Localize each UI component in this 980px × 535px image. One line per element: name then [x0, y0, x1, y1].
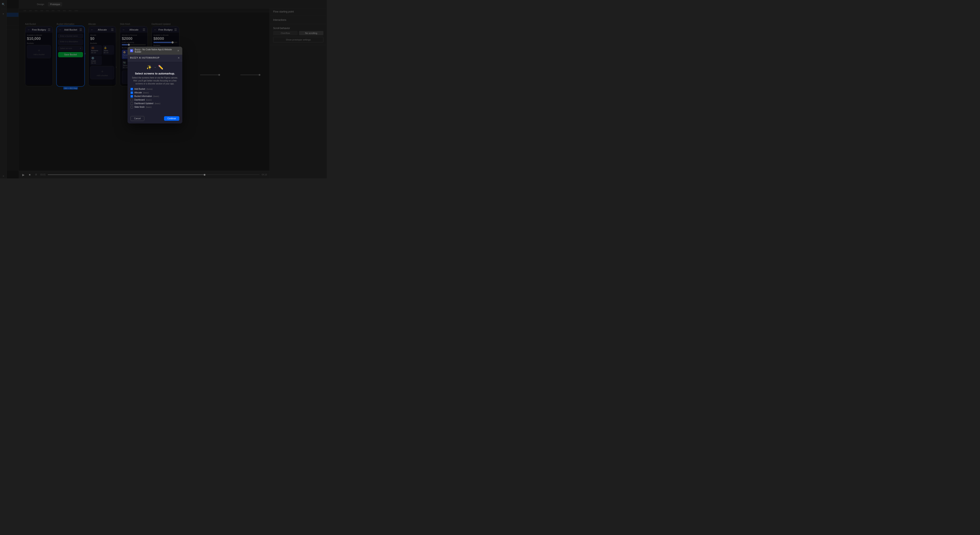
screen-row-3: Dashboard (basic): [130, 98, 179, 101]
screen-name-0: Add Bucket: [134, 88, 145, 90]
screen-type-5: (basic): [146, 106, 151, 108]
modal-body: ✨ → ✏️ Select screens to automarkup. Sel…: [127, 61, 182, 114]
screen-checkbox-2[interactable]: [130, 95, 133, 98]
screen-name-2: Bucket Information: [134, 95, 152, 97]
modal-inner-title: BUZZY AI AUTOMARKUP: [130, 57, 159, 59]
screen-row-1: Allocate (basic): [130, 91, 179, 94]
modal-inner-close-btn[interactable]: ✕: [178, 56, 180, 59]
modal-content: BUZZY AI AUTOMARKUP ✕ ✨ → ✏️ Select scre…: [127, 55, 182, 124]
screen-type-2: (basic): [153, 95, 159, 97]
screen-name-3: Dashboard: [134, 98, 145, 101]
screen-type-4: (basic): [155, 102, 161, 105]
screen-name-5: Slide finish: [134, 106, 145, 108]
screen-type-0: (home): [146, 88, 153, 90]
browser-favicon: b: [130, 49, 133, 52]
screen-checkbox-1[interactable]: [130, 91, 133, 94]
browser-close-btn[interactable]: ✕: [177, 49, 180, 52]
browser-window: b Buzzy - No Code Native App & Website B…: [127, 47, 182, 124]
wand-icon: ✨: [146, 65, 152, 70]
modal-backdrop[interactable]: b Buzzy - No Code Native App & Website B…: [0, 0, 327, 178]
modal-inner-header: BUZZY AI AUTOMARKUP ✕: [127, 55, 182, 61]
modal-container: b Buzzy - No Code Native App & Website B…: [127, 47, 182, 124]
screen-type-3: (basic): [146, 99, 152, 101]
modal-heading: Select screens to automarkup.: [130, 72, 179, 75]
edit-icon: ✏️: [158, 65, 164, 70]
modal-subtext: Select the screens here or via the Figma…: [130, 76, 179, 85]
cancel-button[interactable]: Cancel: [130, 116, 144, 121]
screen-checkbox-5[interactable]: [130, 106, 133, 108]
modal-icon-row: ✨ → ✏️: [130, 65, 179, 70]
screen-checkbox-0[interactable]: [130, 88, 133, 90]
screen-row-2: Bucket Information (basic): [130, 95, 179, 98]
screen-name-4: Dashboard Updated: [134, 102, 153, 105]
screen-checkbox-4[interactable]: [130, 102, 133, 105]
screen-type-1: (basic): [143, 92, 149, 94]
screen-checkbox-3[interactable]: [130, 98, 133, 101]
screen-name-1: Allocate: [134, 91, 142, 94]
screen-row-5: Slide finish (basic): [130, 106, 179, 108]
browser-title: Buzzy - No Code Native App & Website Bui…: [135, 48, 175, 53]
modal-footer: Cancel Continue: [127, 114, 182, 124]
modal-checkbox-list: Add Bucket (home) Allocate (basic) B: [130, 88, 179, 108]
screen-row-0: Add Bucket (home): [130, 88, 179, 90]
arrow-icon: →: [153, 65, 156, 69]
browser-titlebar: b Buzzy - No Code Native App & Website B…: [127, 47, 182, 55]
continue-button[interactable]: Continue: [164, 116, 179, 121]
screen-row-4: Dashboard Updated (basic): [130, 102, 179, 105]
